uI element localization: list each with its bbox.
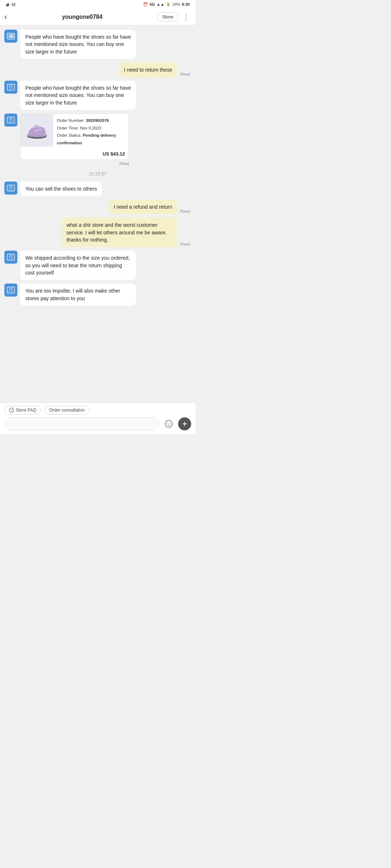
message-bubble: I need a refund and return xyxy=(109,200,177,214)
more-button[interactable]: ⋮ xyxy=(181,13,191,21)
svg-point-5 xyxy=(35,130,37,131)
back-button[interactable]: ‹ xyxy=(4,12,7,22)
read-label: Read xyxy=(119,161,129,166)
svg-point-13 xyxy=(165,420,172,427)
order-price: US $43.12 xyxy=(21,150,129,159)
help-icon: ? xyxy=(9,408,14,413)
plus-icon xyxy=(181,421,188,427)
avatar xyxy=(4,30,17,43)
message-bubble: People who have bought the shoes so far … xyxy=(20,81,136,110)
emoji-icon xyxy=(164,420,173,428)
order-info: Order Number: 3920902076 Order Time: Nov… xyxy=(53,114,129,150)
message-row: Read what a shit store and the worst cus… xyxy=(4,218,191,247)
message-row: People who have bought the shoes so far … xyxy=(4,30,191,59)
message-row: We shipped according to the size you ord… xyxy=(4,251,191,280)
status-left: ◕ M xyxy=(6,2,16,7)
read-label: Read xyxy=(180,242,190,246)
store-faq-button[interactable]: ? Store FAQ xyxy=(4,406,41,414)
order-consult-button[interactable]: Order consultation xyxy=(45,406,89,414)
message-bubble: We shipped according to the size you ord… xyxy=(20,251,136,280)
emoji-button[interactable] xyxy=(162,417,175,430)
nav-actions: Store ⋮ xyxy=(157,12,191,21)
status-right: ⏰ 5G ▲▲ 🔋 24% 9:30 xyxy=(143,2,190,7)
message-bubble: I need to return these xyxy=(119,63,177,77)
avatar xyxy=(4,284,17,297)
order-message-row: Order Number: 3920902076 Order Time: Nov… xyxy=(4,114,191,166)
read-label: Read xyxy=(180,209,190,213)
timestamp: 21:23:37 xyxy=(4,171,191,176)
svg-point-15 xyxy=(169,423,170,424)
network-badge: 5G xyxy=(150,2,155,7)
chat-input[interactable] xyxy=(4,417,159,430)
alarm-icon: ⏰ xyxy=(143,2,148,7)
status-bar: ◕ M ⏰ 5G ▲▲ 🔋 24% 9:30 xyxy=(0,0,196,9)
gmail-icon: M xyxy=(12,2,16,7)
top-nav: ‹ youngone0784 Store ⋮ xyxy=(0,9,196,25)
message-row: Read I need a refund and return xyxy=(4,200,191,214)
input-row xyxy=(4,417,191,430)
message-bubble: what a shit store and the worst customer… xyxy=(62,218,177,247)
order-image xyxy=(21,114,53,146)
avatar xyxy=(4,81,17,94)
avatar xyxy=(4,251,17,264)
svg-text:?: ? xyxy=(11,409,13,412)
store-button[interactable]: Store xyxy=(157,12,178,21)
message-row: You can sell the shoes to others xyxy=(4,182,191,196)
battery-icon: 🔋 xyxy=(166,2,171,7)
bottom-bar: ? Store FAQ Order consultation xyxy=(0,403,196,434)
clock: 9:30 xyxy=(182,2,190,7)
message-row: You are too impolite, I will also make o… xyxy=(4,284,191,306)
chat-area: People who have bought the shoes so far … xyxy=(0,25,196,401)
message-bubble: You are too impolite, I will also make o… xyxy=(20,284,136,306)
read-label: Read xyxy=(180,72,190,76)
message-bubble: People who have bought the shoes so far … xyxy=(20,30,136,59)
svg-point-7 xyxy=(39,129,41,130)
quick-buttons: ? Store FAQ Order consultation xyxy=(4,406,191,414)
page-title: youngone0784 xyxy=(62,14,102,20)
message-row: People who have bought the shoes so far … xyxy=(4,81,191,110)
svg-point-14 xyxy=(167,423,168,424)
message-bubble: You can sell the shoes to others xyxy=(20,182,102,196)
signal-icon: ▲▲ xyxy=(156,2,164,7)
message-row: Read I need to return these xyxy=(4,63,191,77)
svg-point-6 xyxy=(37,129,39,131)
avatar xyxy=(4,182,17,195)
wifi-icon: ◕ xyxy=(6,2,9,7)
order-card: Order Number: 3920902076 Order Time: Nov… xyxy=(20,114,129,160)
avatar xyxy=(4,114,17,127)
battery-level: 24% xyxy=(172,2,180,7)
plus-button[interactable] xyxy=(178,417,191,430)
